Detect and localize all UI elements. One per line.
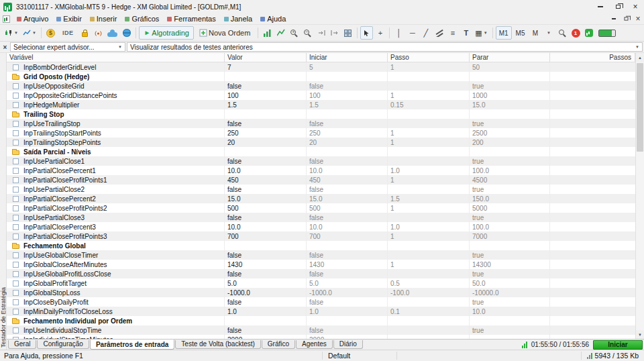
cell-passos[interactable] (550, 109, 635, 119)
cell-passo[interactable]: 1 (388, 231, 470, 241)
fibonacci-button[interactable]: ≡ (446, 26, 459, 40)
param-row[interactable]: InpUseGlobalCloseTimerfalsefalsetrue (7, 250, 635, 260)
close-tester-button[interactable]: × (1, 43, 9, 52)
cell-valor[interactable]: 15.0 (225, 194, 307, 203)
new-chart-button[interactable]: ▼ (3, 26, 20, 40)
cell-iniciar[interactable] (307, 72, 388, 81)
optimize-checkbox[interactable] (13, 158, 19, 164)
child-minimize-button[interactable] (608, 14, 620, 23)
cell-passos[interactable] (550, 156, 635, 166)
cell-passos[interactable] (550, 325, 635, 335)
cursor-button[interactable] (360, 26, 373, 40)
cell-passos[interactable] (550, 213, 635, 222)
cell-passos[interactable] (550, 260, 635, 269)
cell-iniciar[interactable] (307, 147, 388, 156)
cell-passo[interactable] (388, 250, 470, 260)
cell-iniciar[interactable]: 5.0 (307, 278, 388, 288)
cell-iniciar[interactable]: 1430 (307, 260, 388, 269)
cell-passo[interactable]: 1 (388, 128, 470, 138)
optimize-checkbox[interactable] (13, 271, 19, 277)
optimize-checkbox[interactable] (13, 93, 19, 99)
cell-passos[interactable] (550, 297, 635, 307)
cell-parar[interactable]: true (470, 156, 550, 166)
cell-iniciar[interactable]: 20 (307, 138, 388, 147)
cell-valor[interactable]: 700 (225, 231, 307, 241)
cell-valor[interactable]: 250 (225, 128, 307, 138)
tab-configura-o[interactable]: Configuração (37, 340, 89, 349)
column-header-passo[interactable]: Passo (388, 53, 470, 62)
cell-iniciar[interactable]: 5 (307, 62, 388, 72)
cell-parar[interactable]: -10000.0 (470, 288, 550, 297)
cell-parar[interactable] (470, 72, 550, 81)
cell-valor[interactable]: false (225, 156, 307, 166)
cell-iniciar[interactable]: 1.0 (307, 307, 388, 316)
cell-valor[interactable]: false (225, 185, 307, 194)
optimize-checkbox[interactable] (13, 168, 19, 174)
child-restore-button[interactable] (620, 14, 632, 23)
optimize-checkbox[interactable] (13, 290, 19, 296)
community-button[interactable] (583, 26, 596, 40)
param-row[interactable]: InpMinDailyProfitToCloseLoss1.01.00.110.… (7, 307, 635, 316)
depth-of-market-button[interactable] (274, 26, 287, 40)
previous-results-combobox[interactable]: Visualizar resultados de testes anterior… (127, 42, 643, 52)
cell-valor[interactable]: 5.0 (225, 278, 307, 288)
tick-chart-button[interactable] (261, 26, 274, 40)
cell-valor[interactable]: false (225, 213, 307, 222)
optimize-checkbox[interactable] (13, 309, 19, 315)
cell-passos[interactable] (550, 81, 635, 91)
cell-valor[interactable]: false (225, 297, 307, 307)
cell-valor[interactable]: false (225, 269, 307, 278)
param-row[interactable]: InpGlobalCloseAfterMinutes14301430114300 (7, 260, 635, 269)
cell-iniciar[interactable]: 10.0 (307, 166, 388, 175)
vertical-line-button[interactable]: │ (392, 26, 405, 40)
cell-parar[interactable]: true (470, 269, 550, 278)
cell-iniciar[interactable]: false (307, 325, 388, 335)
cell-iniciar[interactable] (307, 109, 388, 119)
restore-button[interactable] (609, 1, 627, 13)
cell-passos[interactable] (550, 288, 635, 297)
cell-iniciar[interactable]: -1000.0 (307, 288, 388, 297)
cell-passos[interactable] (550, 119, 635, 128)
cell-parar[interactable]: 10.0 (470, 307, 550, 316)
cell-iniciar[interactable]: false (307, 269, 388, 278)
cell-valor[interactable] (225, 316, 307, 325)
param-row[interactable]: InpPartialCloseProfitPoints145045014500 (7, 175, 635, 185)
cell-iniciar[interactable]: false (307, 119, 388, 128)
cell-passos[interactable] (550, 203, 635, 213)
cell-parar[interactable] (470, 241, 550, 250)
cell-iniciar[interactable]: 500 (307, 203, 388, 213)
cell-parar[interactable]: 2500 (470, 128, 550, 138)
cell-parar[interactable] (470, 109, 550, 119)
param-row[interactable]: InpUseOppositeGridfalsefalsetrue (7, 81, 635, 91)
cell-passo[interactable]: 1.5 (388, 194, 470, 203)
cloud-button[interactable] (105, 26, 119, 40)
vertical-scrollbar[interactable]: ▲ ▼ (635, 53, 644, 339)
profiles-button[interactable]: ▼ (21, 26, 38, 40)
chart-window-icon[interactable] (3, 15, 10, 23)
cell-passos[interactable] (550, 278, 635, 288)
cell-passo[interactable]: -100.0 (388, 288, 470, 297)
scroll-up-button[interactable]: ▲ (636, 53, 644, 62)
cell-parar[interactable]: 5000 (470, 203, 550, 213)
cell-passo[interactable] (388, 325, 470, 335)
cell-passo[interactable]: 1 (388, 260, 470, 269)
cell-passos[interactable] (550, 231, 635, 241)
cell-passo[interactable]: 1 (388, 138, 470, 147)
lock-button[interactable] (78, 26, 91, 40)
param-row[interactable]: InpBombOrderGridLevel75150 (7, 62, 635, 72)
cell-iniciar[interactable] (307, 316, 388, 325)
menu-gr-ficos[interactable]: Gráficos (121, 14, 163, 23)
cell-valor[interactable] (225, 147, 307, 156)
cell-parar[interactable]: true (470, 81, 550, 91)
timeframes-more-button[interactable]: ▼ (543, 26, 555, 40)
cell-parar[interactable]: 15.0 (470, 100, 550, 109)
section-row[interactable]: Grid Oposto (Hedge) (7, 72, 635, 81)
cell-passos[interactable] (550, 194, 635, 203)
cell-valor[interactable]: 450 (225, 175, 307, 185)
cell-passo[interactable] (388, 156, 470, 166)
trendline-button[interactable]: ╱ (419, 26, 432, 40)
cell-valor[interactable]: 10.0 (225, 222, 307, 231)
menu-ajuda[interactable]: Ajuda (256, 14, 290, 23)
cell-valor[interactable]: false (225, 250, 307, 260)
optimize-checkbox[interactable] (13, 224, 19, 230)
